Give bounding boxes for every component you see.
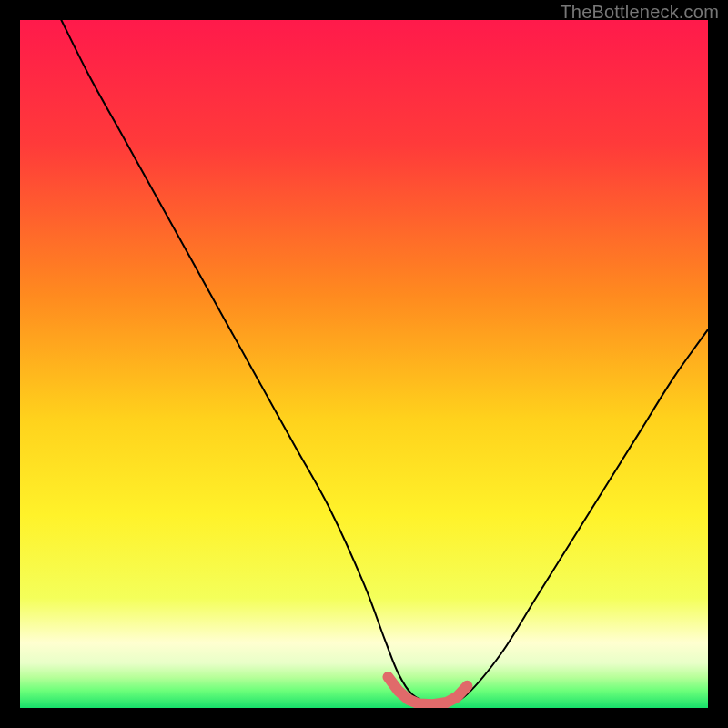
gradient-background bbox=[20, 20, 708, 708]
plot-area bbox=[20, 20, 708, 708]
chart-frame: TheBottleneck.com bbox=[0, 0, 728, 728]
bottleneck-chart bbox=[20, 20, 708, 708]
